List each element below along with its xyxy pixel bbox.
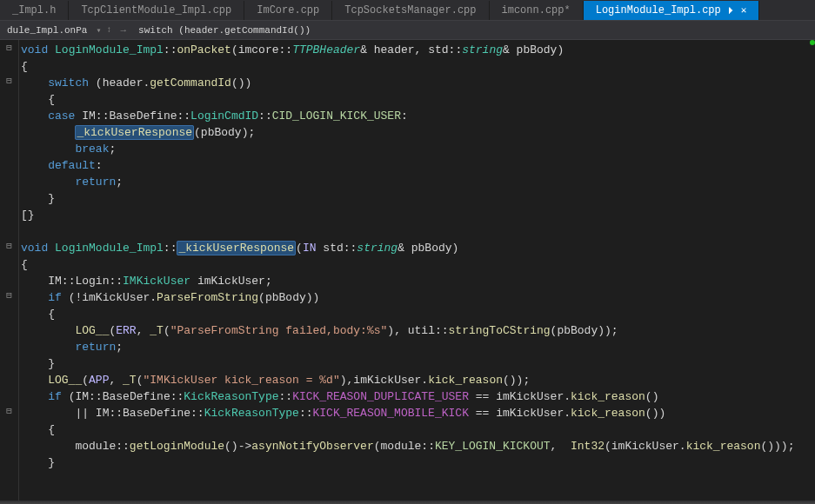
tab-h[interactable]: _Impl.h (0, 1, 69, 20)
tab-close-icon[interactable]: ✕ (741, 4, 747, 16)
fold-toggle[interactable]: ⊟ (0, 289, 18, 306)
tab-imconn[interactable]: imconn.cpp* (490, 1, 584, 20)
nav-sep-icon: → (117, 25, 130, 36)
nav-function[interactable]: switch (header.getCommandId()) (135, 25, 314, 36)
tab-sockets[interactable]: TcpSocketsManager.cpp (332, 1, 489, 20)
tab-loginmodule[interactable]: LoginModule_Impl.cpp ⏵ ✕ (584, 1, 760, 20)
bottom-bar (0, 501, 815, 504)
navigation-bar: dule_Impl.onPa ▾ ↕ → switch (header.getC… (0, 21, 815, 40)
fold-toggle[interactable]: ⊟ (0, 42, 18, 58)
code-pane[interactable]: void LoginModule_Impl::onPacket(imcore::… (19, 40, 815, 504)
nav-dropdown-icon[interactable]: ▾ (96, 25, 101, 36)
status-indicator-icon (810, 40, 815, 45)
tab-imcore[interactable]: ImCore.cpp (244, 1, 332, 20)
editor-area: ⊟ ⊟ ⊟ ⊟ ⊟ void LoginModule_Impl::onPacke… (0, 40, 815, 504)
tab-tcpclient[interactable]: TcpClientModule_Impl.cpp (69, 1, 244, 20)
nav-arrows-icon[interactable]: ↕ (106, 25, 111, 35)
fold-toggle[interactable]: ⊟ (0, 405, 18, 421)
tab-bar: _Impl.h TcpClientModule_Impl.cpp ImCore.… (0, 0, 815, 21)
nav-scope[interactable]: dule_Impl.onPa (3, 25, 90, 36)
fold-gutter: ⊟ ⊟ ⊟ ⊟ ⊟ (0, 40, 19, 504)
fold-toggle[interactable]: ⊟ (0, 240, 18, 256)
fold-toggle[interactable]: ⊟ (0, 75, 18, 91)
tab-pin-icon[interactable]: ⏵ (726, 4, 736, 16)
